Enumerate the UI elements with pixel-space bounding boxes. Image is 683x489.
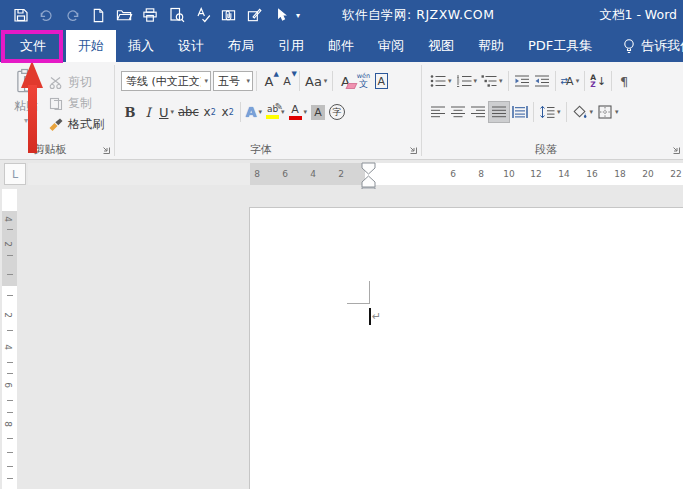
ruler-tick	[7, 373, 13, 374]
tab-mailings[interactable]: 邮件	[316, 30, 366, 62]
justify-button[interactable]	[488, 101, 510, 123]
superscript-button[interactable]: x2	[219, 101, 237, 123]
email-attach-icon[interactable]	[220, 7, 237, 24]
format-painter-button[interactable]: 格式刷	[48, 116, 104, 133]
undo-icon[interactable]	[38, 7, 55, 24]
copy-icon	[48, 97, 64, 111]
borders-caret-icon: ▾	[615, 108, 619, 116]
touch-mode-icon[interactable]	[272, 7, 289, 24]
text-effects-button[interactable]: A ▾	[244, 101, 264, 123]
sort-button[interactable]: AZ↓	[588, 70, 608, 92]
spelling-grammar-icon[interactable]	[194, 7, 211, 24]
character-border-label: A	[375, 73, 389, 89]
change-case-caret-icon: ▾	[324, 77, 328, 85]
clipboard-dialog-launcher-icon[interactable]	[101, 145, 111, 155]
align-center-button[interactable]	[448, 101, 468, 123]
group-paragraph: ▾ ▾ ▾	[422, 62, 683, 159]
tab-pdf-tools[interactable]: PDF工具集	[516, 30, 604, 62]
print-icon[interactable]	[142, 7, 159, 24]
highlight-color-button[interactable]: ab ✎ ▾	[264, 101, 287, 123]
paragraph-dialog-launcher-icon[interactable]	[671, 145, 681, 155]
multilevel-list-button[interactable]: ▾	[479, 70, 505, 92]
character-border-button[interactable]: A	[372, 70, 390, 92]
tab-design[interactable]: 设计	[166, 30, 216, 62]
strikethrough-button[interactable]: abc	[176, 101, 201, 123]
line-spacing-button[interactable]: ▾	[537, 101, 563, 123]
font-dialog-launcher-icon[interactable]	[408, 145, 418, 155]
ruler-tick	[7, 295, 13, 296]
ruler-number: 10	[503, 169, 514, 179]
paint-bucket-icon	[572, 105, 588, 119]
print-preview-icon[interactable]	[168, 7, 185, 24]
grow-font-button[interactable]: A▲	[260, 70, 278, 92]
tab-references[interactable]: 引用	[266, 30, 316, 62]
document-title: 文档1 - Word	[599, 7, 677, 24]
cut-button[interactable]: 剪切	[48, 74, 104, 91]
underline-button[interactable]: U ▾	[157, 101, 176, 123]
ruler-tick	[7, 400, 13, 401]
tab-layout[interactable]: 布局	[216, 30, 266, 62]
align-left-button[interactable]	[428, 101, 448, 123]
tab-tell-me[interactable]: 告诉我你	[610, 30, 683, 62]
bold-button[interactable]: B	[121, 101, 139, 123]
character-shading-label: A	[311, 105, 325, 120]
text-cursor	[369, 308, 371, 325]
highlight-color-swatch	[266, 115, 279, 119]
borders-button[interactable]: ▾	[595, 101, 621, 123]
shrink-font-button[interactable]: A▼	[278, 70, 296, 92]
shading-caret-icon: ▾	[590, 108, 594, 116]
increase-indent-button[interactable]	[532, 70, 552, 92]
document-area: ↵	[0, 189, 683, 489]
format-painter-icon	[48, 118, 64, 132]
bullets-button[interactable]: ▾	[428, 70, 454, 92]
multilevel-list-icon	[481, 74, 497, 88]
change-case-button[interactable]: Aa ▾	[303, 70, 329, 92]
phonetic-guide-button[interactable]: wén 文	[354, 70, 372, 92]
ruler-tick	[7, 438, 13, 439]
decrease-indent-button[interactable]	[512, 70, 532, 92]
clear-formatting-button[interactable]: A	[336, 70, 354, 92]
italic-button[interactable]: I	[139, 101, 157, 123]
tab-view[interactable]: 视图	[416, 30, 466, 62]
redo-icon[interactable]	[64, 7, 81, 24]
ruler-number: 6	[282, 169, 288, 179]
ruler-number: 6	[450, 169, 456, 179]
new-document-icon[interactable]	[90, 7, 107, 24]
distribute-button[interactable]	[510, 101, 530, 123]
align-right-button[interactable]	[468, 101, 488, 123]
ruler-tick	[7, 478, 13, 479]
asian-layout-button[interactable]: ⇄ A ▾	[559, 70, 582, 92]
subscript-button[interactable]: x2	[201, 101, 219, 123]
tab-review[interactable]: 审阅	[366, 30, 416, 62]
font-color-caret-icon: ▾	[304, 108, 308, 116]
paragraph-group-label: 段落	[422, 142, 670, 157]
open-icon[interactable]	[116, 7, 133, 24]
ruler-tick	[7, 412, 13, 413]
document-page[interactable]: ↵	[249, 207, 683, 489]
edit-icon[interactable]	[246, 7, 263, 24]
enclose-characters-button[interactable]: 字	[327, 101, 347, 123]
borders-icon	[597, 105, 613, 119]
font-size-select[interactable]: 五号 ▾	[213, 71, 253, 91]
show-hide-marks-button[interactable]: ¶	[615, 70, 633, 92]
paste-caret-icon[interactable]: ▾	[24, 116, 28, 125]
indent-markers[interactable]	[360, 162, 377, 192]
font-color-button[interactable]: A ▾	[287, 101, 310, 123]
v-ruler-marks: 422468	[0, 0, 18, 489]
numbering-button[interactable]: ▾	[454, 70, 480, 92]
tab-home[interactable]: 开始	[66, 30, 116, 62]
shading-button[interactable]: ▾	[570, 101, 596, 123]
tab-help[interactable]: 帮助	[466, 30, 516, 62]
ruler-number: 4	[310, 169, 316, 179]
title-bar: ▾ 软件自学网: RJZXW.COM 文档1 - Word	[0, 0, 683, 30]
copy-button[interactable]: 复制	[48, 95, 104, 112]
ruler-number: 18	[614, 169, 625, 179]
enclose-characters-label: 字	[329, 104, 345, 120]
qat-more-icon[interactable]: ▾	[296, 11, 300, 20]
bullet-list-icon	[430, 74, 446, 88]
font-name-caret-icon: ▾	[201, 77, 208, 85]
font-name-select[interactable]: 等线 (中文正文) ▾	[121, 71, 211, 91]
tab-insert[interactable]: 插入	[116, 30, 166, 62]
character-shading-button[interactable]: A	[309, 101, 327, 123]
ruler-tick	[7, 255, 13, 256]
